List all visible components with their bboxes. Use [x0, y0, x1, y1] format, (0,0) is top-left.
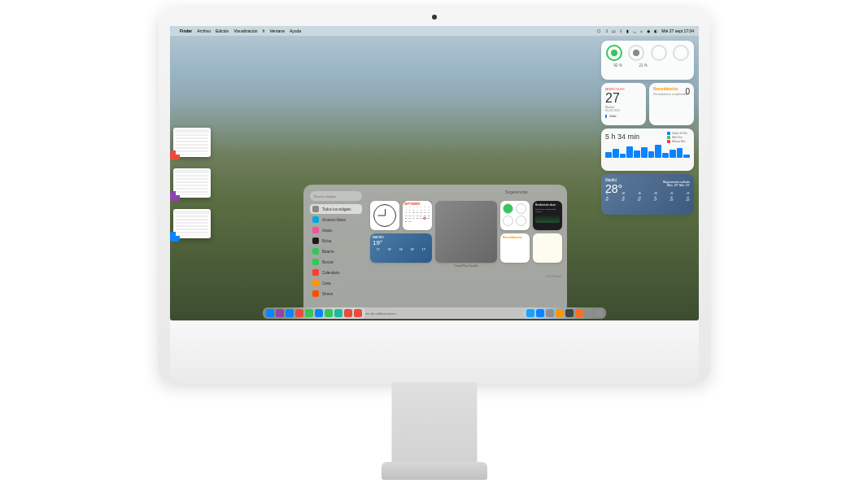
- dock-app-5[interactable]: [315, 309, 323, 317]
- desktop-widgets: 92 % 21 % miércoles 27 Madrid 01-28 2023…: [601, 41, 694, 218]
- sidebar-item-buscar[interactable]: Buscar: [310, 257, 362, 267]
- stage-window-2[interactable]: [173, 168, 211, 198]
- weather-widget[interactable]: Madrid 28° Mayormente nublado Máx. 29° M…: [601, 174, 694, 215]
- dock-left-section: [263, 307, 365, 319]
- menu-ayuda[interactable]: Ayuda: [290, 28, 301, 33]
- menu-edicion[interactable]: Edición: [216, 28, 229, 33]
- dock: [263, 307, 606, 319]
- device-ring-3: [651, 45, 667, 61]
- widget-home[interactable]: [500, 201, 530, 230]
- app-icon: [312, 206, 319, 212]
- dock-app-7[interactable]: [334, 309, 342, 317]
- sidebar-item-calendario[interactable]: Calendario: [310, 268, 362, 277]
- widget-reminders[interactable]: Recordatorios: [500, 233, 530, 263]
- device-ring-2: [628, 45, 644, 61]
- focus-icon[interactable]: ☽: [604, 28, 608, 33]
- widget-notes[interactable]: [533, 233, 562, 263]
- screentime-widget[interactable]: 5 h 34 min Safari 4h 12mMail 52mMúsica 3…: [601, 129, 694, 171]
- imac-stand-base: [382, 462, 487, 480]
- app-icon: [312, 290, 319, 297]
- sidebar-item-strava[interactable]: Strava: [310, 289, 362, 298]
- widget-editor-panel: Buscar widgets Todos los widgetsAmazon A…: [303, 185, 567, 319]
- app-icon: [312, 227, 319, 233]
- menubar: Finder Archivo Edición Visualización Ir …: [170, 26, 699, 36]
- dock-app-1[interactable]: [276, 309, 284, 317]
- imac-chin: [170, 320, 699, 384]
- app-icon: [312, 237, 319, 244]
- widget-app-sidebar: Todos los widgetsAmazon AlexaAtajosBolsa…: [310, 204, 362, 299]
- dock-app-4[interactable]: [305, 309, 313, 317]
- menu-ventana[interactable]: Ventana: [270, 28, 285, 33]
- sidebar-item-bolsa[interactable]: Bolsa: [310, 236, 362, 246]
- dock-app-r-2[interactable]: [546, 309, 554, 317]
- siri-icon[interactable]: ◐: [654, 28, 657, 33]
- dock-app-8[interactable]: [344, 309, 352, 317]
- desktop-wallpaper: Finder Archivo Edición Visualización Ir …: [170, 26, 699, 320]
- sidebar-item-todos-los-widgets[interactable]: Todos los widgets: [310, 204, 362, 214]
- dock-app-9[interactable]: [354, 309, 362, 317]
- sidebar-item-amazon-alexa[interactable]: Amazon Alexa: [310, 215, 362, 224]
- reminders-widget[interactable]: Recordatorios 0 Recordatorios completado…: [649, 83, 694, 125]
- sidebar-item-batería[interactable]: Batería: [310, 246, 362, 256]
- screen: Finder Archivo Edición Visualización Ir …: [170, 26, 699, 320]
- stage-window-1[interactable]: [173, 128, 211, 157]
- dock-app-r-5[interactable]: [575, 309, 583, 317]
- app-icon: [312, 259, 319, 265]
- dock-app-r-6[interactable]: [585, 309, 593, 317]
- home-widget[interactable]: 92 % 21 %: [601, 41, 694, 80]
- sidebar-item-casa[interactable]: Casa: [310, 278, 362, 288]
- control-center-icon[interactable]: ◉: [647, 28, 650, 33]
- menu-visualizacion[interactable]: Visualización: [233, 28, 257, 33]
- stage-manager-strip: [173, 128, 216, 250]
- menu-ir[interactable]: Ir: [262, 28, 264, 33]
- dock-app-2[interactable]: [286, 309, 294, 317]
- dock-app-r-4[interactable]: [565, 309, 574, 317]
- battery-icon[interactable]: ▮: [626, 28, 629, 33]
- dock-app-r-1[interactable]: [536, 309, 544, 317]
- dock-app-r-3[interactable]: [556, 309, 564, 317]
- dock-app-r-7[interactable]: [595, 309, 603, 317]
- dock-app-r-0[interactable]: [526, 309, 534, 317]
- device-ring-1: [606, 45, 622, 61]
- imac-stand-neck: [391, 382, 477, 472]
- sidebar-item-atajos[interactable]: Atajos: [310, 225, 362, 235]
- widget-calendar[interactable]: SEPTIEMBRE LMXJVSD1234567891011121314151…: [403, 201, 432, 230]
- dock-right-section: [523, 307, 606, 319]
- imac-frame: Finder Archivo Edición Visualización Ir …: [159, 8, 710, 384]
- widget-search-input[interactable]: Buscar widgets: [310, 191, 362, 201]
- calendar-widget[interactable]: miércoles 27 Madrid 01-28 2023 Salida: [601, 83, 646, 125]
- camera: [432, 15, 437, 20]
- widget-photos[interactable]: Ciudad Plaza Novelda: [435, 201, 497, 263]
- dock-app-0[interactable]: [266, 309, 274, 317]
- widget-clock[interactable]: [370, 201, 399, 230]
- widget-weather[interactable]: MADRID 19° 17°18°19°18°17°: [370, 233, 432, 263]
- app-icon: [312, 280, 319, 286]
- display-icon[interactable]: ▭: [612, 28, 616, 33]
- app-icon: [312, 216, 319, 223]
- menu-archivo[interactable]: Archivo: [197, 28, 211, 33]
- battery-pct-1: 92 %: [613, 63, 622, 68]
- menubar-app[interactable]: Finder: [180, 28, 192, 33]
- airdrop-icon[interactable]: ⬡: [597, 28, 600, 33]
- bluetooth-icon[interactable]: ᛒ: [620, 28, 622, 33]
- stage-window-3[interactable]: [173, 209, 211, 238]
- spotlight-icon[interactable]: ⌕: [640, 28, 643, 33]
- section-suggested: Sugerencias: [505, 190, 528, 194]
- widget-stocks[interactable]: Rendimiento diario Este es el widget ent…: [533, 201, 562, 230]
- dock-app-3[interactable]: [295, 309, 303, 317]
- device-ring-4: [673, 45, 689, 61]
- battery-pct-2: 21 %: [639, 63, 648, 68]
- dock-app-6[interactable]: [325, 309, 333, 317]
- app-icon: [312, 248, 319, 255]
- widget-gallery: SEPTIEMBRE LMXJVSD1234567891011121314151…: [370, 201, 560, 304]
- wifi-icon[interactable]: ◡: [633, 28, 636, 33]
- menubar-datetime[interactable]: Mié 27 sept 17:04: [661, 28, 694, 33]
- app-icon: [312, 269, 319, 276]
